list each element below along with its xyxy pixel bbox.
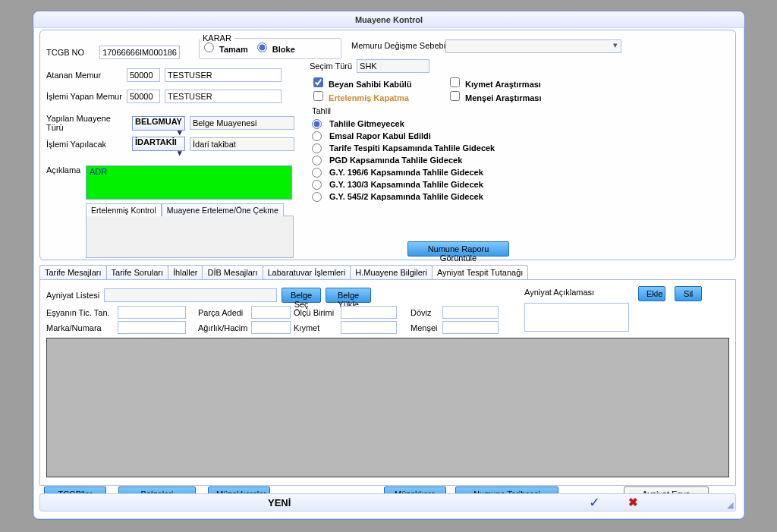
mensei-input[interactable] <box>442 321 499 334</box>
cancel-icon[interactable]: ✖ <box>628 496 638 509</box>
islemi-yapilacak-label: İşlemi Yapılacak <box>46 140 127 149</box>
parca-adedi-input[interactable] <box>251 306 291 319</box>
kiymet-input[interactable] <box>341 321 397 334</box>
tab-body-ayniyat: Ayniyat Listesi Belge Seç Belge Yükle Ay… <box>39 279 736 486</box>
atanan-memur-name: TESTUSER <box>165 68 282 82</box>
yapilan-muayene-turu-select[interactable]: BELGMUAY▾ <box>132 116 185 131</box>
tahlil-option-0[interactable] <box>312 119 322 129</box>
belge-yukle-button[interactable]: Belge Yükle <box>326 288 371 303</box>
yapilan-muayene-turu-desc: Belge Muayenesi <box>190 116 294 130</box>
ayniyat-listesi-label: Ayniyat Listesi <box>46 291 99 300</box>
tab-tarife-sorulari[interactable]: Tarife Soruları <box>106 265 168 279</box>
karar-bloke-option[interactable]: Bloke <box>257 42 295 54</box>
islemi-yapan-name: TESTUSER <box>165 90 282 103</box>
karar-tamam-option[interactable]: Tamam <box>204 42 248 54</box>
ayniyat-grid[interactable] <box>46 338 729 477</box>
secim-turu-value: SHK <box>357 59 429 73</box>
sil-button[interactable]: Sil <box>675 286 702 301</box>
app-window: Muayene Kontrol TCGB NO 17066666IM000186… <box>33 11 745 520</box>
kiymet-label: Kıymet <box>294 323 336 332</box>
tahlil-option-3[interactable] <box>312 156 322 165</box>
tcgb-no-value: 17066666IM000186 <box>99 46 180 59</box>
chevron-down-icon: ▾ <box>175 146 184 158</box>
content-area: TCGB NO 17066666IM000186 KARAR Tamam Blo… <box>38 30 740 513</box>
islemi-yapan-label: İşlemi Yapan Memur <box>46 92 122 101</box>
status-bar: YENİ ✓ ✖ ◢ <box>39 493 736 512</box>
tcgb-no-label: TCGB NO <box>46 48 84 57</box>
esyanin-tic-tan-input[interactable] <box>118 306 186 319</box>
islemi-yapan-code: 50000 <box>127 90 160 103</box>
tab-hmuayene-bilgileri[interactable]: H.Muayene Bilgileri <box>350 265 433 279</box>
tahlil-option-1[interactable] <box>312 131 322 141</box>
doviz-input[interactable] <box>442 306 499 319</box>
aciklama-textarea[interactable]: ADR <box>86 165 292 200</box>
tahlil-option-6[interactable] <box>312 192 322 202</box>
confirm-icon[interactable]: ✓ <box>589 494 600 511</box>
parca-adedi-label: Parça Adedi <box>198 308 247 317</box>
ayniyat-listesi-input[interactable] <box>104 288 277 302</box>
chk-kiymet-arastirmasi[interactable]: Kıymet Araştırması <box>450 77 579 89</box>
window-title: Muayene Kontrol <box>33 11 744 28</box>
memuru-degisme-sebebi-select[interactable] <box>445 39 621 53</box>
ayniyat-aciklamasi-textarea[interactable] <box>524 303 629 332</box>
secim-turu-label: Seçim Türü <box>310 61 352 71</box>
subtab-ertelenmis-kontrol[interactable]: Ertelenmiş Kontrol <box>86 203 162 216</box>
tab-tarife-mesajlari[interactable]: Tarife Mesajları <box>39 265 107 279</box>
memuru-degisme-sebebi-label: Memuru Değişme Sebebi <box>351 41 445 50</box>
olcu-birimi-label: Ölçü Birimi <box>294 308 336 317</box>
inspection-panel: TCGB NO 17066666IM000186 KARAR Tamam Blo… <box>39 30 736 260</box>
status-yeni: YENİ <box>268 497 291 508</box>
tab-ihlaller[interactable]: İhlaller <box>168 265 203 279</box>
mensei-label: Menşei <box>411 323 438 332</box>
chk-ertelenmis-kapatma[interactable]: Ertelenmiş Kapatma <box>313 91 450 102</box>
tab-dib-mesajlari[interactable]: DİB Mesajları <box>202 265 263 279</box>
esyanin-tic-tan-label: Eşyanın Tic. Tan. <box>46 308 113 317</box>
tahlil-label: Tahlil <box>312 106 331 115</box>
islemi-yapilacak-select[interactable]: İDARTAKİI▾ <box>132 137 185 151</box>
aciklama-label: Açıklama <box>46 165 80 175</box>
ekle-button[interactable]: Ekle <box>638 286 665 301</box>
chk-beyan-sahibi[interactable]: Beyan Sahibi Kabülü <box>313 77 450 89</box>
olcu-birimi-input[interactable] <box>341 306 397 319</box>
karar-legend: KARAR <box>200 33 234 42</box>
karar-group: KARAR Tamam Bloke <box>199 33 341 59</box>
ayniyat-aciklamasi-label: Ayniyat Açıklaması <box>524 288 594 297</box>
agirlik-hacim-label: Ağırlık/Hacim <box>198 323 247 332</box>
tahlil-option-2[interactable] <box>312 143 322 153</box>
sub-tabs: Ertelenmiş Kontrol Muayene Erteleme/Öne … <box>86 203 294 258</box>
atanan-memur-label: Atanan Memur <box>46 71 122 80</box>
subtab-pane <box>86 216 294 258</box>
subtab-muayene-erteleme[interactable]: Muayene Erteleme/Öne Çekme <box>162 203 284 216</box>
marka-numara-input[interactable] <box>118 321 186 334</box>
atanan-memur-code: 50000 <box>127 68 160 82</box>
tahlil-radio-group: Tahlile Gitmeyecek Emsal Rapor Kabul Edi… <box>312 118 615 203</box>
tab-ayniyat-tespit-tutanagi[interactable]: Ayniyat Tespit Tutanağı <box>432 265 528 279</box>
yapilan-muayene-turu-label: Yapılan Muayene Türü <box>46 114 127 132</box>
numune-raporu-goruntule-button[interactable]: Numune Raporu Görüntüle <box>407 241 509 257</box>
chevron-down-icon: ▾ <box>175 126 184 137</box>
belge-sec-button[interactable]: Belge Seç <box>282 288 321 303</box>
doviz-label: Döviz <box>411 308 438 317</box>
agirlik-hacim-input[interactable] <box>251 321 291 334</box>
tahlil-option-4[interactable] <box>312 168 322 178</box>
islemi-yapilacak-desc: İdari takibat <box>190 137 294 151</box>
detail-tabs: Tarife Mesajları Tarife Soruları İhlalle… <box>39 265 736 486</box>
tahlil-option-5[interactable] <box>312 180 322 190</box>
marka-numara-label: Marka/Numara <box>46 323 113 332</box>
chk-mensei-arastirmasi[interactable]: Menşei Araştırması <box>450 91 579 102</box>
tab-labaratuvar-islemleri[interactable]: Labaratuvar İşlemleri <box>263 265 351 279</box>
resize-handle-icon[interactable]: ◢ <box>727 500 733 510</box>
